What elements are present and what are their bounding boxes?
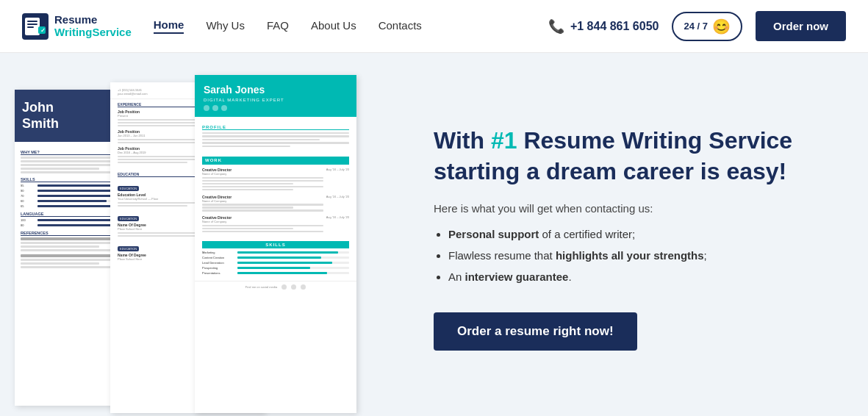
phone-number: +1 844 861 6050 — [570, 20, 659, 33]
hero-bullet-1: Personal support of a certified writer; — [448, 226, 831, 242]
nav-home[interactable]: Home — [154, 18, 184, 34]
phone-area[interactable]: 📞 +1 844 861 6050 — [548, 18, 659, 35]
footer-social-2 — [291, 284, 296, 290]
footer-social-1 — [281, 284, 287, 290]
nav-contacts[interactable]: Contacts — [379, 19, 422, 33]
logo[interactable]: ✓ Resume WritingService — [22, 13, 132, 40]
hero-title-accent: #1 — [491, 127, 517, 154]
resume-sarah: Sarah Jones Digital Marketing Expert Pro… — [195, 75, 356, 413]
nav-faq[interactable]: FAQ — [267, 19, 289, 33]
logo-icon: ✓ — [22, 13, 49, 40]
logo-text: Resume WritingService — [54, 14, 132, 38]
rs-skills-section: SKILLS Marketing Content Creation Lead G… — [195, 241, 356, 281]
phone-icon: 📞 — [548, 18, 564, 35]
header: ✓ Resume WritingService Home Why Us FAQ … — [0, 0, 868, 53]
hero-title-part2: Resume Writing Service — [517, 127, 793, 154]
nav-about-us[interactable]: About Us — [311, 19, 356, 33]
hero-section: John Smith WHY ME? SKILLS 95 90 70 60 65 — [0, 53, 868, 416]
sarah-name: Sarah Jones — [204, 84, 348, 96]
rs-body: Profile — [195, 117, 356, 154]
order-resume-button[interactable]: Order a resume right now! — [434, 312, 637, 351]
nav-why-us[interactable]: Why Us — [206, 19, 245, 33]
hero-bullet-2: Flawless resume that highlights all your… — [448, 248, 831, 263]
order-now-button[interactable]: Order now — [756, 11, 846, 41]
hero-title-part1: With — [434, 127, 491, 154]
hero-subtitle: Here is what you will get when contactin… — [434, 202, 831, 215]
social-icon-3 — [221, 105, 227, 111]
footer-social-3 — [301, 284, 306, 290]
rs-footer: Find me on social media — [195, 281, 356, 293]
rs-work-section: WORK Creative Director Name of Company A… — [195, 157, 356, 241]
social-icon-2 — [212, 105, 218, 111]
main-nav: Home Why Us FAQ About Us Contacts — [154, 18, 548, 34]
logo-resume: Resume — [54, 14, 132, 26]
svg-rect-3 — [27, 24, 37, 25]
logo-writing: WritingService — [54, 26, 132, 39]
support-label: 24 / 7 — [684, 21, 708, 32]
hero-bullet-3: An interview guarantee. — [448, 269, 831, 284]
sarah-title: Digital Marketing Expert — [204, 98, 348, 102]
hero-title-line2: starting a dream career is easy! — [434, 158, 786, 184]
hero-right: With #1 Resume Writing Service starting … — [390, 53, 868, 416]
support-badge[interactable]: 24 / 7 😊 — [672, 12, 742, 41]
hero-list: Personal support of a certified writer; … — [434, 226, 831, 290]
rs-header: Sarah Jones Digital Marketing Expert — [195, 75, 356, 117]
resume-stack: John Smith WHY ME? SKILLS 95 90 70 60 65 — [15, 75, 382, 413]
hero-left: John Smith WHY ME? SKILLS 95 90 70 60 65 — [0, 53, 390, 416]
sarah-social — [204, 105, 348, 111]
svg-text:✓: ✓ — [40, 27, 46, 34]
header-right: 📞 +1 844 861 6050 24 / 7 😊 Order now — [548, 11, 846, 41]
support-face-icon: 😊 — [712, 18, 731, 35]
svg-rect-2 — [27, 21, 37, 22]
hero-title: With #1 Resume Writing Service starting … — [434, 126, 831, 187]
svg-rect-4 — [27, 26, 34, 28]
social-icon-1 — [204, 105, 209, 111]
